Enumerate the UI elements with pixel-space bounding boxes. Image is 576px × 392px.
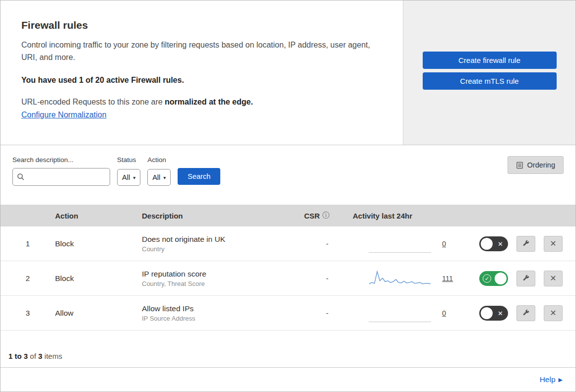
ordering-label: Ordering (527, 161, 555, 169)
rule-description-cell: Allow listed IPs IP Source Address (142, 304, 304, 322)
toggle-knob (481, 238, 493, 250)
action-filter-group: Action All ▾ (147, 156, 171, 186)
action-value: All (152, 173, 160, 181)
search-input[interactable] (28, 173, 106, 181)
rule-description: Does not originate in UK (142, 235, 304, 244)
status-value: All (122, 173, 130, 181)
rule-priority: 2 (0, 274, 55, 282)
search-button[interactable]: Search (178, 168, 220, 185)
rule-action: Allow (55, 309, 142, 318)
delete-rule-button[interactable]: ✕ (544, 305, 563, 321)
search-box (12, 168, 110, 186)
rule-priority: 3 (0, 309, 55, 317)
rule-fields: Country, Threat Score (142, 280, 304, 287)
rule-activity-cell: 111 (350, 270, 477, 287)
toggle-knob (495, 273, 507, 284)
activity-count-link[interactable]: 111 (442, 275, 453, 282)
activity-sparkline (369, 270, 431, 287)
configure-normalization-link[interactable]: Configure Normalization (21, 111, 107, 119)
delete-rule-button[interactable]: ✕ (544, 271, 563, 286)
rule-activity-cell: 0 (350, 304, 477, 322)
rule-action: Block (55, 239, 142, 248)
arrow-right-icon: ▶ (559, 377, 563, 383)
page-title: Firewall rules (21, 19, 383, 31)
col-description: Description (142, 212, 304, 220)
search-group: Search description... (12, 156, 110, 186)
ordering-list-icon (516, 162, 523, 169)
close-icon: ✕ (550, 239, 556, 248)
info-icon[interactable]: ⓘ (322, 211, 329, 220)
rule-enable-toggle[interactable]: ✕ (479, 236, 508, 251)
rule-enable-toggle[interactable]: ✕ (479, 306, 508, 321)
col-action: Action (55, 212, 142, 220)
rule-fields: Country (142, 245, 304, 253)
chevron-down-icon: ▾ (133, 175, 135, 180)
items-range: 1 to 3 (8, 352, 28, 360)
header-section: Firewall rules Control incoming traffic … (0, 0, 576, 145)
rule-controls: ✓ ✕ (477, 271, 576, 286)
rule-csr: - (304, 309, 350, 317)
create-mtls-rule-button[interactable]: Create mTLS rule (423, 72, 557, 90)
rule-action: Block (55, 274, 142, 283)
col-activity: Activity last 24hr (350, 212, 477, 220)
search-icon (17, 173, 25, 181)
rule-fields: IP Source Address (142, 315, 304, 322)
close-icon: ✕ (550, 274, 556, 283)
chevron-down-icon: ▾ (163, 175, 166, 180)
of-text: of (28, 352, 38, 360)
firewall-rules-page: Firewall rules Control incoming traffic … (0, 0, 576, 392)
header-text-card: Firewall rules Control incoming traffic … (0, 0, 403, 145)
wrench-icon (522, 309, 530, 317)
activity-count-link[interactable]: 0 (442, 309, 446, 317)
delete-rule-button[interactable]: ✕ (544, 236, 563, 252)
status-filter-group: Status All ▾ (117, 156, 140, 186)
rule-description: Allow listed IPs (142, 304, 304, 313)
table-row: 2 Block IP reputation score Country, Thr… (0, 261, 576, 296)
normalization-note: URL-encoded Requests to this zone are no… (21, 98, 383, 107)
actions-panel: Create firewall rule Create mTLS rule (403, 0, 576, 145)
rule-description-cell: IP reputation score Country, Threat Scor… (142, 270, 304, 287)
toggle-knob (481, 307, 493, 319)
action-label: Action (147, 156, 171, 164)
status-dropdown[interactable]: All ▾ (117, 169, 140, 186)
action-dropdown[interactable]: All ▾ (147, 169, 171, 186)
rule-csr: - (304, 239, 350, 248)
create-firewall-rule-button[interactable]: Create firewall rule (423, 52, 557, 69)
rule-enable-toggle[interactable]: ✓ (479, 271, 508, 286)
toggle-state-icon: ✕ (498, 240, 503, 247)
usage-summary: You have used 1 of 20 active Firewall ru… (21, 76, 383, 85)
rule-priority: 1 (0, 239, 55, 248)
table-row: 3 Allow Allow listed IPs IP Source Addre… (0, 296, 576, 331)
rule-controls: ✕ ✕ (477, 236, 576, 252)
normalization-prefix: URL-encoded Requests to this zone are (21, 98, 165, 106)
items-text: items (42, 352, 62, 360)
normalization-bold: normalized at the edge. (165, 98, 253, 106)
help-label: Help (540, 375, 556, 384)
wrench-icon (522, 275, 530, 282)
help-link[interactable]: Help▶ (540, 375, 563, 384)
search-label: Search description... (12, 156, 110, 164)
edit-rule-button[interactable] (516, 305, 535, 321)
csr-label: CSR (304, 212, 320, 220)
rule-csr: - (304, 274, 350, 282)
page-description: Control incoming traffic to your zone by… (21, 39, 383, 64)
activity-sparkline (369, 309, 431, 322)
rule-controls: ✕ ✕ (477, 305, 576, 321)
status-label: Status (117, 156, 140, 164)
close-icon: ✕ (550, 308, 556, 318)
activity-count-link[interactable]: 0 (442, 240, 446, 248)
edit-rule-button[interactable] (516, 271, 535, 286)
wrench-icon (522, 240, 530, 247)
activity-sparkline (369, 240, 431, 253)
toggle-state-icon: ✓ (483, 274, 491, 282)
toggle-state-icon: ✕ (498, 310, 503, 316)
pagination-summary: 1 to 3 of 3 items (0, 331, 576, 368)
rule-description: IP reputation score (142, 270, 304, 279)
table-row: 1 Block Does not originate in UK Country… (0, 226, 576, 261)
rule-activity-cell: 0 (350, 235, 477, 253)
col-csr: CSR ⓘ (304, 211, 350, 220)
filter-bar: Search description... Status All ▾ Actio… (0, 145, 576, 205)
edit-rule-button[interactable] (516, 236, 535, 252)
ordering-button[interactable]: Ordering (508, 156, 564, 174)
table-header: Action Description CSR ⓘ Activity last 2… (0, 205, 576, 226)
